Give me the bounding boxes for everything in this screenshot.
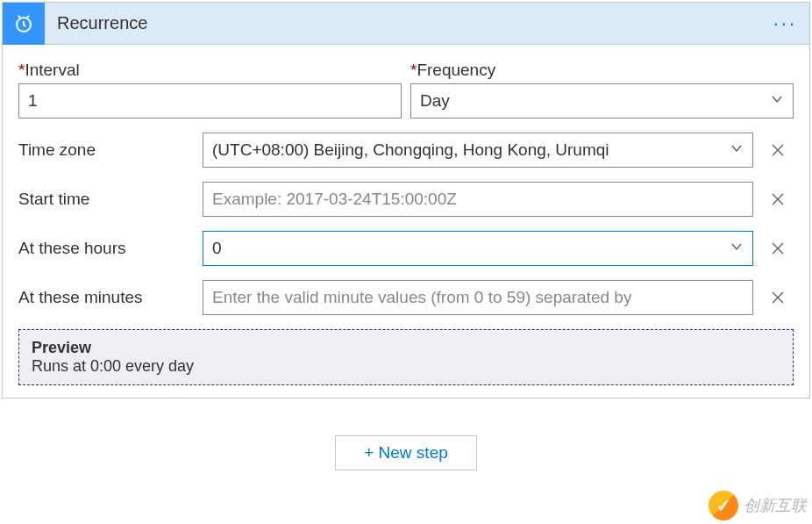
remove-minutes-button[interactable] — [762, 282, 794, 313]
interval-input-wrapper — [18, 83, 402, 118]
more-menu-button[interactable]: ··· — [761, 12, 809, 35]
interval-frequency-row: *Interval *Frequency Day — [18, 61, 794, 118]
starttime-row: Start time — [18, 182, 794, 217]
hours-row: At these hours 0 — [18, 231, 794, 266]
preview-box: Preview Runs at 0:00 every day — [18, 329, 794, 385]
card-header: Recurrence ··· — [3, 3, 809, 45]
footer-area: + New step — [0, 400, 812, 470]
frequency-column: *Frequency Day — [410, 61, 794, 118]
frequency-label: *Frequency — [410, 61, 794, 80]
watermark: ✓ 创新互联 — [709, 491, 807, 520]
remove-starttime-button[interactable] — [762, 183, 794, 215]
interval-label: *Interval — [18, 61, 402, 80]
preview-title: Preview — [32, 339, 780, 357]
chevron-down-icon — [770, 91, 784, 111]
recurrence-icon — [3, 3, 45, 45]
hours-select[interactable]: 0 — [203, 231, 753, 266]
new-step-button[interactable]: + New step — [335, 435, 477, 470]
card-title: Recurrence — [45, 13, 761, 33]
minutes-row: At these minutes — [18, 280, 794, 315]
timezone-value: (UTC+08:00) Beijing, Chongqing, Hong Kon… — [212, 140, 609, 160]
interval-column: *Interval — [18, 61, 402, 118]
timezone-label: Time zone — [18, 140, 194, 160]
starttime-input-wrapper — [203, 182, 753, 217]
chevron-down-icon — [730, 140, 744, 160]
watermark-icon: ✓ — [709, 491, 738, 520]
hours-value: 0 — [212, 239, 222, 258]
timezone-row: Time zone (UTC+08:00) Beijing, Chongqing… — [18, 133, 794, 168]
plus-icon: + — [364, 443, 378, 462]
new-step-label: New step — [379, 443, 448, 462]
remove-timezone-button[interactable] — [762, 134, 794, 166]
minutes-input-wrapper — [203, 280, 753, 315]
card-body: *Interval *Frequency Day Time zone ( — [3, 45, 809, 398]
starttime-label: Start time — [18, 190, 194, 209]
frequency-select[interactable]: Day — [410, 83, 794, 118]
interval-input[interactable] — [28, 91, 392, 111]
timezone-select[interactable]: (UTC+08:00) Beijing, Chongqing, Hong Kon… — [203, 133, 753, 168]
preview-text: Runs at 0:00 every day — [32, 357, 780, 376]
frequency-value: Day — [420, 91, 450, 111]
minutes-input[interactable] — [212, 288, 744, 307]
starttime-input[interactable] — [212, 190, 744, 209]
recurrence-card: Recurrence ··· *Interval *Frequency Day — [2, 2, 810, 398]
hours-label: At these hours — [18, 239, 194, 258]
watermark-text: 创新互联 — [744, 495, 807, 516]
remove-hours-button[interactable] — [762, 233, 794, 264]
chevron-down-icon — [730, 239, 744, 258]
minutes-label: At these minutes — [18, 288, 194, 307]
